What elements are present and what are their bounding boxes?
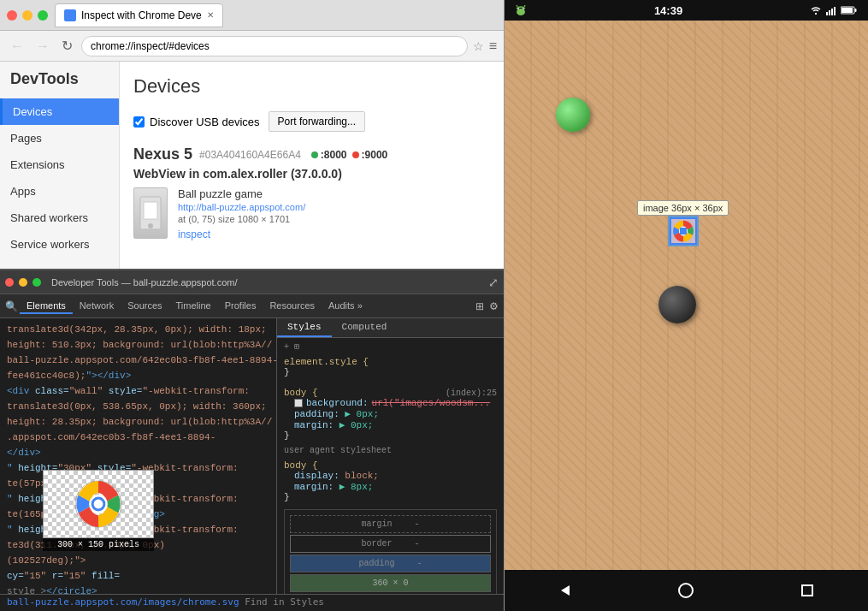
devtools-panel: Developer Tools — ball-puzzle.appspot.co… xyxy=(0,269,504,611)
body-ua-body: display: block; margin: ▶ 8px; xyxy=(284,471,497,492)
ball-green xyxy=(556,98,590,132)
sidebar-item-pages[interactable]: Pages xyxy=(0,125,119,151)
tab-elements[interactable]: Elements xyxy=(20,299,73,314)
inspect-tooltip: image 36px × 36px xyxy=(637,200,729,216)
bookmark-icon[interactable]: ☆ xyxy=(473,39,484,53)
forward-button[interactable]: → xyxy=(32,37,53,56)
panel-max-btn[interactable] xyxy=(32,278,41,287)
tab-timeline[interactable]: Timeline xyxy=(169,299,218,314)
styles-tab-computed[interactable]: Computed xyxy=(332,318,398,337)
svg-point-6 xyxy=(94,500,103,509)
webview-icon xyxy=(133,187,168,239)
chrome-logo-box xyxy=(43,470,154,538)
html-line: cy="15" r="15" fill= xyxy=(0,568,276,584)
svg-rect-13 xyxy=(829,10,830,15)
styles-tabs: Styles Computed xyxy=(277,318,504,338)
html-line: height: 510.3px; background: url(blob:ht… xyxy=(0,337,276,353)
nav-recent-icon[interactable] xyxy=(797,580,818,601)
app-url: http://ball-puzzle.appspot.com/ xyxy=(178,202,490,212)
panel-min-btn[interactable] xyxy=(19,278,27,287)
android-nav-bar xyxy=(505,570,868,611)
menu-icon[interactable]: ≡ xyxy=(489,39,497,54)
status-bar-text: ball-puzzle.appspot.com/images/chrome.sv… xyxy=(7,596,239,608)
devtools-sidebar: DevTools Devices Pages Extensions Apps S… xyxy=(0,62,120,269)
tab-sources[interactable]: Sources xyxy=(121,299,168,314)
webview-row: Ball puzzle game http://ball-puzzle.apps… xyxy=(133,187,490,240)
find-in-styles[interactable]: Find in Styles xyxy=(245,596,324,608)
window-controls xyxy=(7,10,48,21)
nav-home-icon[interactable] xyxy=(676,580,696,601)
minimize-button[interactable] xyxy=(22,10,32,21)
sidebar-item-devices[interactable]: Devices xyxy=(0,98,119,125)
back-button[interactable]: ← xyxy=(7,37,27,56)
body-source: (index):25 xyxy=(446,389,497,398)
panel-close-btn[interactable] xyxy=(5,278,14,287)
tab-favicon xyxy=(64,9,76,21)
close-button[interactable] xyxy=(7,10,17,21)
page-title: Devices xyxy=(133,75,490,98)
reload-button[interactable]: ↻ xyxy=(58,36,76,56)
html-line: <div class="wall" style="-webkit-transfo… xyxy=(0,383,276,399)
sidebar-item-apps[interactable]: Apps xyxy=(0,178,119,205)
tab-close-icon[interactable]: ✕ xyxy=(207,10,214,20)
svg-rect-18 xyxy=(841,8,853,13)
html-line: (102527deg);"> xyxy=(0,553,276,568)
sidebar-item-service-workers[interactable]: Service workers xyxy=(0,231,119,258)
discover-usb-label[interactable]: Discover USB devices xyxy=(133,116,260,128)
signal-icon xyxy=(825,4,837,16)
chrome-logo-tooltip: 300 × 150 pixels xyxy=(43,470,154,551)
tab-profiles[interactable]: Profiles xyxy=(218,299,263,314)
android-panel: 14:39 xyxy=(505,0,868,611)
body-rule-body: background: url("images/woodsm... paddin… xyxy=(284,398,497,430)
svg-rect-1 xyxy=(144,202,157,219)
devtools-title: DevTools xyxy=(0,70,119,98)
browser-tab[interactable]: Inspect with Chrome Deve ✕ xyxy=(55,3,223,27)
html-line: ball-puzzle.appspot.com/642ec0b3-fb8f-4e… xyxy=(0,353,276,368)
webview-title: WebView in com.alex.roller (37.0.0.0) xyxy=(133,167,490,181)
discover-usb-checkbox[interactable] xyxy=(133,116,145,128)
search-icon[interactable]: 🔍 xyxy=(5,300,18,312)
svg-rect-24 xyxy=(802,585,812,596)
maximize-button[interactable] xyxy=(38,10,48,21)
status-icons-left xyxy=(515,4,527,16)
battery-icon xyxy=(841,5,858,15)
panel-controls xyxy=(5,278,41,287)
settings-icon[interactable]: ⚙ xyxy=(489,300,499,312)
console-icon[interactable]: ⊞ xyxy=(475,300,484,312)
port-forwarding-button[interactable]: Port forwarding... xyxy=(269,111,365,132)
html-line: style ></circle> xyxy=(0,584,276,594)
html-line: translate3d(342px, 28.35px, 0px); width:… xyxy=(0,322,276,337)
android-icon xyxy=(515,4,527,16)
html-panel[interactable]: translate3d(342px, 28.35px, 0px); width:… xyxy=(0,318,277,594)
sidebar-item-extensions[interactable]: Extensions xyxy=(0,151,119,178)
address-input[interactable] xyxy=(81,36,468,56)
tab-audits[interactable]: Audits » xyxy=(322,299,369,314)
port-badges: :8000 :9000 xyxy=(311,149,387,161)
svg-point-7 xyxy=(517,9,525,15)
panel-tabs: Elements Network Sources Timeline Profil… xyxy=(20,299,369,314)
box-model: margin - border - padding - 360 × 0 xyxy=(284,509,497,594)
app-position: at (0, 75) size 1080 × 1701 xyxy=(178,214,490,224)
tab-network[interactable]: Network xyxy=(73,299,121,314)
wifi-icon xyxy=(810,4,822,16)
svg-line-11 xyxy=(524,5,525,7)
ball-black xyxy=(658,286,696,323)
sidebar-item-shared-workers[interactable]: Shared workers xyxy=(0,205,119,231)
ua-stylesheet-label: user agent stylesheet xyxy=(284,446,497,455)
html-line: </div> xyxy=(0,445,276,460)
body-ua-rule: body { xyxy=(284,460,497,471)
status-bar: ball-puzzle.appspot.com/images/chrome.sv… xyxy=(0,594,504,611)
panel-expand-button[interactable]: ⤢ xyxy=(488,276,499,289)
android-screen: image 36px × 36px xyxy=(505,21,868,570)
status-icons-right xyxy=(810,4,858,16)
styles-tab-styles[interactable]: Styles xyxy=(277,318,332,337)
tab-bar: Inspect with Chrome Deve ✕ xyxy=(55,3,497,27)
html-line: .appspot.com/642ec0b3-fb8f-4ee1-8894- xyxy=(0,430,276,445)
styles-content: + ⊞ element.style { } body { (index):25 xyxy=(277,338,504,594)
nav-back-icon[interactable] xyxy=(555,580,576,601)
tab-resources[interactable]: Resources xyxy=(263,299,322,314)
inspect-link[interactable]: inspect xyxy=(178,228,210,240)
title-bar: Inspect with Chrome Deve ✕ xyxy=(0,0,504,31)
port-badge-2: :9000 xyxy=(352,149,388,161)
status-bar-time: 14:39 xyxy=(654,4,682,17)
